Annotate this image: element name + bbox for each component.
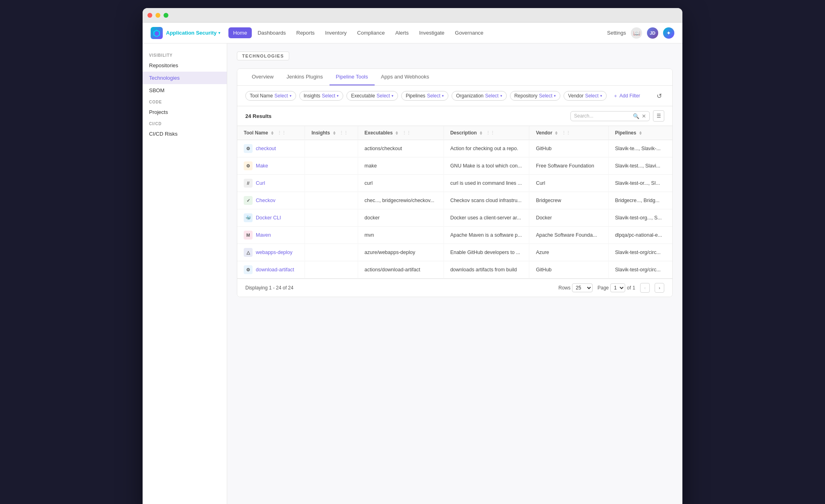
page-select: Page 1 of 1: [597, 283, 635, 292]
drag-insights-icon[interactable]: ⋮⋮: [339, 130, 348, 136]
reset-filters-button[interactable]: ↺: [654, 91, 664, 101]
plus-icon: ＋: [613, 93, 618, 99]
tool-icon-5: M: [244, 231, 253, 240]
col-header-pipelines[interactable]: Pipelines: [608, 126, 672, 140]
cell-insights-5: [305, 227, 358, 244]
app-name[interactable]: Application Security: [166, 30, 217, 36]
nav-home[interactable]: Home: [228, 27, 252, 38]
visibility-section-label: VISIBILITY: [143, 50, 227, 59]
sidebar-item-cicd-risks[interactable]: CI/CD Risks: [143, 128, 227, 140]
col-header-executables[interactable]: Executables ⋮⋮: [358, 126, 444, 140]
tool-link-7[interactable]: download-artifact: [256, 267, 294, 273]
results-bar: 24 Results 🔍 ✕ ☰: [237, 106, 672, 126]
filter-vendor-select: Select: [585, 93, 598, 99]
sort-pipelines-icon[interactable]: [639, 131, 642, 135]
add-filter-button[interactable]: ＋ Add Filter: [610, 91, 643, 101]
sort-executables-icon[interactable]: [396, 131, 398, 135]
nav-dashboards[interactable]: Dashboards: [253, 27, 290, 38]
filter-pipelines-label: Pipelines: [406, 93, 425, 99]
filter-vendor[interactable]: Vendor Select ▾: [564, 91, 606, 101]
prev-page-button[interactable]: ‹: [640, 283, 650, 293]
maximize-button[interactable]: [164, 13, 168, 18]
tool-link-6[interactable]: webapps-deploy: [256, 250, 292, 255]
sort-insights-icon[interactable]: [333, 131, 336, 135]
table-footer: Displaying 1 - 24 of 24 Rows 25 50 100 P…: [237, 279, 672, 297]
nav-alerts[interactable]: Alerts: [390, 27, 413, 38]
next-page-button[interactable]: ›: [655, 283, 664, 293]
tool-link-0[interactable]: checkout: [256, 146, 276, 151]
cell-vendor-6: Azure: [529, 244, 608, 261]
pagination-controls: Rows 25 50 100 Page 1: [558, 283, 664, 293]
tool-link-4[interactable]: Docker CLI: [256, 215, 281, 221]
app-logo: [151, 27, 163, 39]
drag-vendor-icon[interactable]: ⋮⋮: [562, 130, 570, 136]
tab-apps-webhooks[interactable]: Apps and Webhooks: [375, 69, 436, 85]
sidebar-item-sbom[interactable]: SBOM: [143, 84, 227, 97]
drag-description-icon[interactable]: ⋮⋮: [486, 130, 495, 136]
sidebar-item-projects[interactable]: Projects: [143, 106, 227, 118]
tab-pipeline-tools[interactable]: Pipeline Tools: [330, 69, 375, 85]
sort-tool-name-icon[interactable]: [271, 131, 274, 135]
filter-repository[interactable]: Repository Select ▾: [510, 91, 561, 101]
close-button[interactable]: [147, 13, 152, 18]
tool-icon-1: ⚙: [244, 161, 253, 170]
col-header-description[interactable]: Description ⋮⋮: [444, 126, 529, 140]
nav-inventory[interactable]: Inventory: [320, 27, 351, 38]
tool-link-1[interactable]: Make: [256, 163, 268, 169]
search-icon-button[interactable]: 🔍: [633, 113, 639, 119]
sort-vendor-icon[interactable]: [555, 131, 558, 135]
tool-link-2[interactable]: Curl: [256, 180, 265, 186]
search-input[interactable]: [574, 113, 630, 119]
filter-executable[interactable]: Executable Select ▾: [346, 91, 398, 101]
cell-description-4: Docker uses a client-server ar...: [444, 209, 529, 227]
tab-overview[interactable]: Overview: [245, 69, 280, 85]
col-header-vendor[interactable]: Vendor ⋮⋮: [529, 126, 608, 140]
cell-vendor-3: Bridgecrew: [529, 192, 608, 209]
brand-icon: ✦: [663, 27, 674, 39]
filter-tool-name[interactable]: Tool Name Select ▾: [245, 91, 296, 101]
drag-executables-icon[interactable]: ⋮⋮: [402, 130, 411, 136]
tab-jenkins-plugins[interactable]: Jenkins Plugins: [280, 69, 329, 85]
nav-investigate[interactable]: Investigate: [414, 27, 449, 38]
cell-tool-name-2: // Curl: [237, 175, 305, 192]
user-avatar[interactable]: JD: [647, 27, 658, 39]
cell-vendor-2: Curl: [529, 175, 608, 192]
cell-description-1: GNU Make is a tool which con...: [444, 157, 529, 175]
cell-description-2: curl is used in command lines ...: [444, 175, 529, 192]
nav-reports[interactable]: Reports: [292, 27, 320, 38]
cell-insights-2: [305, 175, 358, 192]
filter-organization[interactable]: Organization Select ▾: [452, 91, 506, 101]
results-count: 24 Results: [245, 113, 570, 119]
sidebar-item-technologies[interactable]: Technologies: [143, 72, 227, 84]
clear-search-button[interactable]: ✕: [642, 113, 646, 119]
drag-tool-name-icon[interactable]: ⋮⋮: [277, 130, 286, 136]
columns-toggle-button[interactable]: ☰: [653, 110, 664, 122]
content-area: TECHNOLOGIES Overview Jenkins Plugins Pi…: [227, 43, 682, 504]
nav-compliance[interactable]: Compliance: [352, 27, 390, 38]
nav-governance[interactable]: Governance: [450, 27, 488, 38]
add-filter-label: Add Filter: [620, 93, 640, 99]
tool-link-3[interactable]: Checkov: [256, 198, 276, 203]
of-label: of: [627, 285, 631, 291]
minimize-button[interactable]: [155, 13, 160, 18]
cell-description-5: Apache Maven is a software p...: [444, 227, 529, 244]
sidebar-item-repositories[interactable]: Repositories: [143, 59, 227, 72]
col-header-tool-name[interactable]: Tool Name ⋮⋮: [237, 126, 305, 140]
current-page-select[interactable]: 1: [610, 283, 625, 292]
col-header-insights[interactable]: Insights ⋮⋮: [305, 126, 358, 140]
page-title-bar: TECHNOLOGIES: [237, 52, 673, 60]
tool-link-5[interactable]: Maven: [256, 232, 271, 238]
cell-tool-name-7: ⚙ download-artifact: [237, 261, 305, 279]
col-label-description: Description: [450, 130, 477, 136]
table-row: // Curl curl curl is used in command lin…: [237, 175, 672, 192]
cell-executables-4: docker: [358, 209, 444, 227]
cell-pipelines-1: Slavik-test..., Slavi...: [608, 157, 672, 175]
sort-description-icon[interactable]: [480, 131, 482, 135]
settings-link[interactable]: Settings: [607, 30, 626, 36]
book-icon-button[interactable]: 📖: [631, 27, 642, 39]
app-name-chevron-icon[interactable]: ▾: [218, 31, 220, 35]
filter-pipelines[interactable]: Pipelines Select ▾: [401, 91, 448, 101]
rows-per-page-select[interactable]: 25 50 100: [572, 283, 593, 292]
filter-insights[interactable]: Insights Select ▾: [299, 91, 344, 101]
cell-insights-1: [305, 157, 358, 175]
